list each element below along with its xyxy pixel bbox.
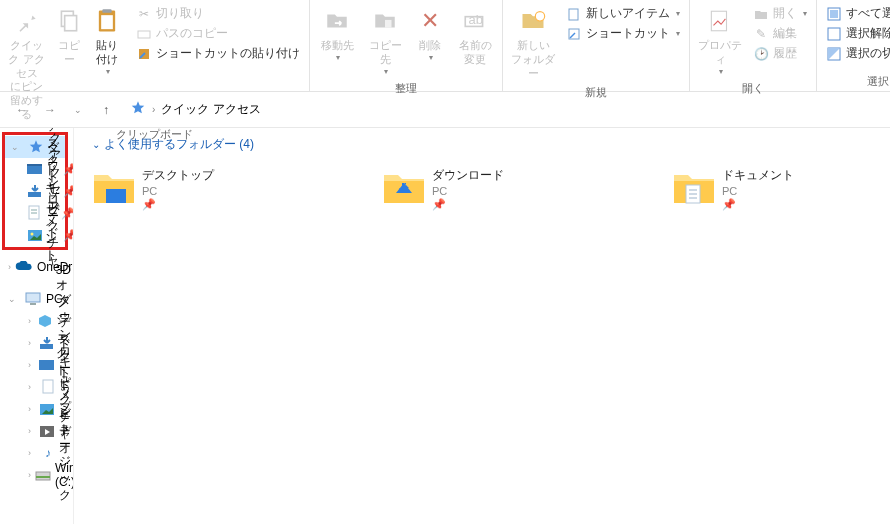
tree-pictures[interactable]: ピクチャ 📌 — [5, 224, 65, 246]
star-icon — [27, 139, 45, 155]
new-item-button[interactable]: 新しいアイテム ▾ — [562, 4, 684, 23]
folder-row: デスクトップ PC 📌 ダウンロード PC 📌 — [92, 167, 872, 211]
chevron-down-icon: ▾ — [676, 29, 680, 38]
svg-rect-1 — [65, 16, 77, 31]
desktop-icon — [27, 161, 43, 177]
pin-icon: 📌 — [722, 198, 794, 211]
svg-rect-30 — [43, 380, 53, 393]
svg-rect-29 — [39, 360, 54, 370]
svg-point-10 — [535, 12, 544, 21]
select-none-icon — [826, 26, 842, 42]
chevron-right-icon[interactable]: › — [28, 448, 37, 458]
chevron-down-icon: ▾ — [384, 67, 388, 76]
chevron-right-icon[interactable]: › — [28, 470, 31, 480]
new-folder-button[interactable]: 新しいフォルダー — [508, 2, 558, 83]
new-item-icon — [566, 6, 582, 22]
copy-icon — [53, 5, 85, 37]
drive-icon — [35, 467, 51, 483]
chevron-down-icon: ▾ — [719, 67, 723, 76]
ribbon-group-clipboard: クイック アクセスにピン留めする コピー 貼り付け ▾ ✂ 切り取り パスのコピ… — [0, 0, 310, 91]
quick-access-highlight: ⌄ クイック アクセス デスクトップ 📌 ダウンロード 📌 ドキュメント 📌 — [2, 132, 68, 250]
nav-tree: ⌄ クイック アクセス デスクトップ 📌 ダウンロード 📌 ドキュメント 📌 — [0, 128, 74, 524]
paste-shortcut-button[interactable]: ショートカットの貼り付け — [132, 44, 304, 63]
back-button[interactable]: ← — [10, 98, 34, 122]
pin-icon — [11, 5, 43, 37]
folder-item-desktop[interactable]: デスクトップ PC 📌 — [92, 167, 292, 211]
chevron-down-icon: ⌄ — [92, 139, 100, 150]
new-folder-icon — [517, 5, 549, 37]
folder-item-documents[interactable]: ドキュメント PC 📌 — [672, 167, 872, 211]
chevron-down-icon[interactable]: ⌄ — [11, 142, 23, 152]
cut-button[interactable]: ✂ 切り取り — [132, 4, 304, 23]
recent-dropdown[interactable]: ⌄ — [66, 98, 90, 122]
svg-rect-35 — [106, 189, 126, 203]
copy-to-button[interactable]: コピー先 ▾ — [363, 2, 407, 79]
svg-point-25 — [31, 233, 34, 236]
select-all-icon — [826, 6, 842, 22]
rename-icon: ab — [459, 5, 491, 37]
3d-icon — [38, 313, 52, 329]
chevron-down-icon: ▾ — [106, 67, 110, 76]
open-icon — [753, 6, 769, 22]
new-shortcut-button[interactable]: ショートカット ▾ — [562, 24, 684, 43]
chevron-right-icon[interactable]: › — [28, 426, 35, 436]
invert-selection-button[interactable]: 選択の切り替え — [822, 44, 890, 63]
chevron-right-icon[interactable]: › — [28, 404, 35, 414]
invert-icon — [826, 46, 842, 62]
download-icon — [27, 183, 43, 199]
chevron-right-icon[interactable]: › — [8, 262, 11, 272]
svg-rect-26 — [26, 293, 40, 302]
chevron-down-icon: ▾ — [803, 9, 807, 18]
pin-icon: 📌 — [63, 185, 74, 198]
svg-rect-19 — [27, 164, 42, 166]
content-area: ⌄ よく使用するフォルダー (4) デスクトップ PC 📌 — [74, 128, 890, 524]
music-icon: ♪ — [41, 445, 55, 461]
folder-download-icon — [382, 167, 424, 209]
properties-button[interactable]: プロパティ ▾ — [695, 2, 745, 79]
edit-button[interactable]: ✎ 編集 — [749, 24, 811, 43]
rename-button[interactable]: ab 名前の変更 — [453, 2, 497, 70]
delete-icon: ✕ — [414, 5, 446, 37]
forward-button[interactable]: → — [38, 98, 62, 122]
svg-rect-7 — [385, 20, 392, 28]
ribbon: クイック アクセスにピン留めする コピー 貼り付け ▾ ✂ 切り取り パスのコピ… — [0, 0, 890, 92]
folder-document-icon — [672, 167, 714, 209]
frequent-folders-header[interactable]: ⌄ よく使用するフォルダー (4) — [92, 136, 872, 153]
main: ⌄ クイック アクセス デスクトップ 📌 ダウンロード 📌 ドキュメント 📌 — [0, 128, 890, 524]
pc-icon — [24, 291, 42, 307]
scissors-icon: ✂ — [136, 6, 152, 22]
chevron-right-icon[interactable]: › — [28, 316, 34, 326]
history-button[interactable]: 🕑 履歴 — [749, 44, 811, 63]
quick-access-star-icon — [130, 100, 146, 119]
delete-button[interactable]: ✕ 削除 ▾ — [411, 2, 449, 65]
folder-item-downloads[interactable]: ダウンロード PC 📌 — [382, 167, 582, 211]
breadcrumb[interactable]: › クイック アクセス — [130, 100, 261, 119]
chevron-right-icon[interactable]: › — [28, 338, 35, 348]
up-button[interactable]: ↑ — [94, 98, 118, 122]
svg-rect-5 — [138, 31, 150, 38]
copy-to-icon — [369, 5, 401, 37]
ribbon-group-new: 新しいフォルダー 新しいアイテム ▾ ショートカット ▾ 新規 — [503, 0, 690, 91]
document-icon — [41, 379, 55, 395]
history-icon: 🕑 — [753, 46, 769, 62]
path-icon — [136, 26, 152, 42]
chevron-down-icon[interactable]: ⌄ — [8, 294, 20, 304]
onedrive-icon — [15, 259, 33, 275]
open-file-button[interactable]: 開く ▾ — [749, 4, 811, 23]
paste-button[interactable]: 貼り付け ▾ — [90, 2, 124, 79]
breadcrumb-current[interactable]: クイック アクセス — [161, 101, 260, 118]
copy-button[interactable]: コピー — [52, 2, 86, 70]
chevron-right-icon[interactable]: › — [28, 382, 37, 392]
chevron-right-icon[interactable]: › — [28, 360, 35, 370]
svg-rect-3 — [102, 9, 111, 13]
ribbon-group-open: プロパティ ▾ 開く ▾ ✎ 編集 🕑 履歴 開く — [690, 0, 817, 91]
svg-rect-27 — [30, 303, 36, 305]
select-all-button[interactable]: すべて選択 — [822, 4, 890, 23]
shortcut-icon — [566, 26, 582, 42]
tree-windows-c[interactable]: › Windows (C:) — [2, 464, 71, 486]
chevron-down-icon: ▾ — [336, 53, 340, 62]
select-none-button[interactable]: 選択解除 — [822, 24, 890, 43]
move-to-button[interactable]: 移動先 ▾ — [315, 2, 359, 65]
pin-icon: 📌 — [61, 207, 74, 220]
copy-path-button[interactable]: パスのコピー — [132, 24, 304, 43]
